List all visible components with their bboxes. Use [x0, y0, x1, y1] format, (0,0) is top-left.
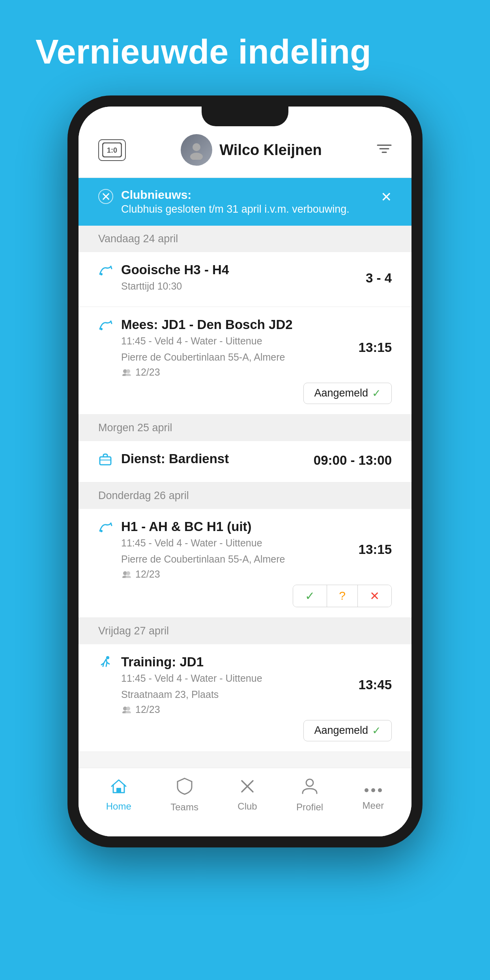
- svg-point-10: [126, 369, 130, 373]
- svg-point-8: [100, 328, 103, 330]
- event-training-jd1: Training: JD1 11:45 - Veld 4 - Water - U…: [79, 644, 411, 752]
- svg-point-2: [193, 143, 200, 151]
- event-mees-sub2: Pierre de Coubertinlaan 55-A, Almere: [121, 350, 359, 365]
- rsvp-yes-button[interactable]: ✓: [293, 585, 327, 607]
- nav-club[interactable]: Club: [238, 778, 257, 812]
- event-training-time: 13:45: [359, 677, 392, 692]
- nav-teams-label: Teams: [170, 802, 198, 813]
- svg-point-22: [126, 707, 130, 711]
- hockey-icon-1: [98, 263, 112, 281]
- event-gooische-title: Gooische H3 - H4: [121, 262, 366, 277]
- event-h1: H1 - AH & BC H1 (uit) 11:45 - Veld 4 - W…: [79, 509, 411, 618]
- news-close-x-icon[interactable]: ✕: [98, 189, 113, 204]
- phone-screen: 1:0 Wilco Kleijnen: [79, 107, 411, 836]
- event-bardienst-title: Dienst: Bardienst: [121, 451, 314, 466]
- section-morgen: Morgen 25 april: [79, 415, 411, 441]
- running-icon: [98, 655, 112, 673]
- svg-text:1:0: 1:0: [107, 146, 117, 154]
- event-mees-sub1: 11:45 - Veld 4 - Water - Uittenue: [121, 334, 359, 349]
- news-body: Clubhuis gesloten t/m 31 april i.v.m. ve…: [121, 203, 373, 215]
- page-title: Vernieuwde indeling: [0, 32, 490, 72]
- user-name: Wilco Kleijnen: [219, 142, 322, 159]
- news-text: Clubnieuws: Clubhuis gesloten t/m 31 apr…: [121, 188, 373, 215]
- svg-point-3: [190, 153, 203, 160]
- bottom-nav: Home Teams: [79, 768, 411, 836]
- svg-point-7: [100, 273, 103, 275]
- svg-point-29: [365, 788, 368, 792]
- rsvp-maybe-button[interactable]: ?: [327, 585, 358, 607]
- spacer: [79, 752, 411, 768]
- shield-icon: [177, 778, 193, 799]
- event-mees-title: Mees: JD1 - Den Bosch JD2: [121, 317, 359, 332]
- aangemeld-label-2: Aangemeld: [314, 724, 368, 737]
- event-h1-sub2: Pierre de Coubertinlaan 55-A, Almere: [121, 552, 359, 567]
- hockey-icon-3: [98, 520, 112, 537]
- briefcase-icon: [98, 452, 112, 469]
- hockey-icon-2: [98, 318, 112, 335]
- event-gooische-score: 3 - 4: [366, 271, 392, 286]
- event-bardienst: Dienst: Bardienst 09:00 - 13:00: [79, 441, 411, 483]
- event-training-sub1: 11:45 - Veld 4 - Water - Uittenue: [121, 671, 359, 686]
- event-bardienst-time: 09:00 - 13:00: [314, 453, 392, 468]
- news-banner: ✕ Clubnieuws: Clubhuis gesloten t/m 31 a…: [79, 178, 411, 226]
- nav-club-label: Club: [238, 801, 257, 812]
- event-mees-time: 13:15: [359, 340, 392, 355]
- nav-profiel[interactable]: Profiel: [296, 778, 323, 813]
- svg-point-20: [106, 656, 109, 659]
- filter-icon[interactable]: [377, 142, 392, 158]
- hockey-stick-cross-icon: [239, 778, 255, 798]
- aangemeld-label: Aangemeld: [314, 387, 368, 399]
- section-vandaag: Vandaag 24 april: [79, 226, 411, 252]
- rsvp-buttons: ✓ ? ✕: [293, 585, 392, 607]
- svg-rect-13: [100, 457, 111, 465]
- event-h1-time: 13:15: [359, 542, 392, 557]
- event-training-sub2: Straatnaam 23, Plaats: [121, 687, 359, 702]
- event-gooische-sub: Starttijd 10:30: [121, 279, 366, 294]
- home-icon: [110, 778, 127, 798]
- svg-rect-25: [116, 788, 121, 793]
- event-training-title: Training: JD1: [121, 655, 359, 670]
- nav-home[interactable]: Home: [106, 778, 131, 812]
- event-gooische: Gooische H3 - H4 Starttijd 10:30 3 - 4: [79, 252, 411, 307]
- check-icon-2: ✓: [372, 724, 381, 737]
- section-vrijdag: Vrijdag 27 april: [79, 618, 411, 644]
- section-donderdag: Donderdag 26 april: [79, 483, 411, 509]
- svg-point-30: [371, 788, 375, 792]
- aangemeld-badge-mees[interactable]: Aangemeld ✓: [303, 383, 392, 404]
- event-mees-participants: 12/23: [121, 367, 359, 378]
- nav-meer-label: Meer: [363, 800, 384, 811]
- nav-home-label: Home: [106, 801, 131, 812]
- event-h1-sub1: 11:45 - Veld 4 - Water - Uittenue: [121, 536, 359, 551]
- event-mees-jd1: Mees: JD1 - Den Bosch JD2 11:45 - Veld 4…: [79, 307, 411, 415]
- news-dismiss-icon[interactable]: ✕: [381, 189, 392, 205]
- aangemeld-badge-training[interactable]: Aangemeld ✓: [303, 720, 392, 741]
- news-title: Clubnieuws:: [121, 188, 373, 202]
- check-icon: ✓: [372, 387, 381, 400]
- svg-point-17: [126, 571, 130, 575]
- nav-meer[interactable]: Meer: [363, 779, 384, 811]
- svg-point-28: [306, 779, 313, 786]
- app-content: 1:0 Wilco Kleijnen: [79, 107, 411, 836]
- nav-profiel-label: Profiel: [296, 802, 323, 813]
- nav-teams[interactable]: Teams: [170, 778, 198, 813]
- user-info: Wilco Kleijnen: [126, 134, 377, 166]
- svg-point-31: [378, 788, 382, 792]
- person-icon: [302, 778, 318, 799]
- svg-point-15: [100, 530, 103, 532]
- more-dots-icon: [363, 779, 383, 797]
- event-h1-participants: 12/23: [121, 569, 359, 580]
- rsvp-no-button[interactable]: ✕: [358, 585, 391, 607]
- event-training-participants: 12/23: [121, 704, 359, 715]
- phone-shell: 1:0 Wilco Kleijnen: [67, 95, 423, 847]
- phone-notch: [202, 107, 288, 126]
- event-h1-title: H1 - AH & BC H1 (uit): [121, 519, 359, 534]
- scoreboard-icon: 1:0: [98, 139, 126, 161]
- avatar: [181, 134, 212, 166]
